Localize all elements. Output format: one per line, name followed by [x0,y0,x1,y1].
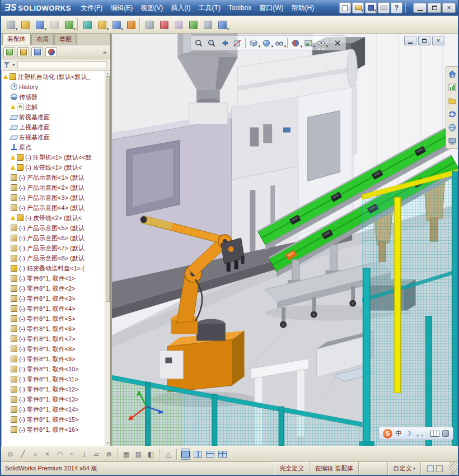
snap-perpendicular-icon[interactable]: ⊥ [79,449,89,460]
tree-item[interactable]: (-) 产品示意图<1> (默认 [2,172,110,183]
appearances-icon[interactable] [448,123,457,132]
tree-item[interactable]: (-) 零件8^1, 取件<11> [2,374,110,384]
tree-item[interactable]: (-) 精密叠动送料盘<1> ( [2,263,110,273]
toolbar-separator[interactable] [176,449,178,460]
reference-geometry-icon[interactable] [110,18,123,31]
apply-scene-icon[interactable] [302,36,315,49]
ime-toolbox-icon[interactable] [442,430,449,437]
single-view-icon[interactable] [181,449,190,460]
new-document-icon[interactable] [339,2,351,13]
snap-parallel-icon[interactable]: ▱ [92,449,101,460]
display-style-icon[interactable] [260,36,273,49]
open-document-icon[interactable] [352,2,364,13]
tree-item[interactable]: 右视基准面 [2,132,110,142]
menu-item[interactable]: 文件(F) [77,1,106,15]
tree-item[interactable]: (-) 零件8^1, 取件<6> [2,324,110,334]
tree-item[interactable]: 原点 [2,142,110,152]
tree-item[interactable]: 传感器 [2,92,110,102]
toolbar-separator[interactable] [139,18,142,31]
file-explorer-icon[interactable] [448,96,457,105]
print-icon[interactable] [378,2,390,13]
tree-item[interactable]: (-) 零件8^1, 取件<1> [2,273,110,283]
menu-item[interactable]: 编辑(E) [106,1,137,15]
tree-item[interactable]: (-) 皮带线<2> (默认< [2,213,110,223]
tree-item[interactable]: 注解 [2,102,110,112]
graphics-viewport[interactable]: × S 中 ☽ ，。 [112,34,458,446]
design-library-icon[interactable] [448,83,457,92]
draft-quality-icon[interactable]: △ [163,449,173,460]
close-button[interactable]: × [442,3,456,13]
doc-restore-button[interactable] [418,36,430,45]
home-icon[interactable] [448,69,457,78]
section-view-icon[interactable] [231,36,243,49]
menu-item[interactable]: 帮助(H) [288,1,319,15]
ime-moon-icon[interactable]: ☽ [405,430,411,437]
sogou-icon[interactable]: S [383,429,392,438]
assembly-visualization-icon[interactable] [216,18,229,31]
tree-item[interactable]: (-) 注塑机<1> (默认<<默 [2,152,110,162]
filter-icon[interactable] [3,62,10,68]
shaded-sketch-icon[interactable]: ◧ [146,449,156,460]
hide-show-items-icon[interactable] [273,36,285,49]
doc-minimize-button[interactable] [404,36,416,45]
menu-item[interactable]: 工具(T) [195,1,224,15]
tree-item[interactable]: (-) 零件8^1, 取件<12> [2,384,110,394]
command-tab[interactable]: 装配体 [2,33,31,45]
menu-item[interactable]: 窗口(W) [255,1,287,15]
maximize-button[interactable] [428,3,441,13]
tree-item[interactable]: (-) 零件8^1, 取件<14> [2,404,110,414]
scrollbar-track[interactable] [105,76,110,440]
tree-item[interactable]: (-) 产品示意图<7> (默认 [2,243,110,253]
menu-item[interactable]: 插入(I) [167,1,194,15]
tree-item[interactable]: (-) 零件8^1, 取件<8> [2,344,110,354]
configurationmanager-tab-icon[interactable] [31,47,43,57]
save-icon[interactable] [365,2,377,13]
custom-properties-icon[interactable] [448,137,457,146]
snap-tangent-icon[interactable]: ≈ [67,449,77,460]
snap-line-icon[interactable]: ╱ [18,449,27,460]
tree-item[interactable]: (-) 产品示意图<2> (默认 [2,183,110,193]
new-motion-study-icon[interactable] [124,18,138,31]
scroll-down-icon[interactable] [105,440,110,446]
assembly-3d-scene[interactable] [112,34,458,446]
tree-item[interactable]: (-) 零件8^1, 取件<7> [2,334,110,344]
panel-overflow-chevron[interactable]: » [103,49,108,55]
four-view-icon[interactable] [218,449,227,460]
tree-item[interactable]: (-) 零件8^1, 取件<15> [2,414,110,424]
two-view-vertical-icon[interactable] [205,449,215,460]
linear-component-pattern-icon[interactable] [33,18,46,31]
status-tag-icon[interactable] [436,465,443,472]
hatch-icon[interactable]: ▨ [134,449,143,460]
command-tab[interactable]: 布局 [31,34,54,45]
doc-close-button[interactable]: × [432,36,444,45]
view-settings-icon[interactable] [315,36,327,49]
grid-settings-icon[interactable]: ▦ [121,449,131,460]
command-tab[interactable]: 草图 [54,34,77,45]
tree-item[interactable]: 上视基准面 [2,122,110,132]
tree-item[interactable]: (-) 零件8^1, 取件<4> [2,304,110,314]
bill-of-materials-icon[interactable] [143,18,156,31]
resize-grip[interactable] [449,462,458,475]
menu-item[interactable]: 视图(V) [137,1,167,15]
close-popup-icon[interactable] [331,36,344,49]
snap-intersection-icon[interactable]: × [43,449,52,460]
status-doc-icon[interactable] [427,465,434,472]
assembly-features-icon[interactable] [95,18,109,31]
view-orientation-icon[interactable] [247,36,260,49]
ime-keyboard-icon[interactable] [430,431,439,437]
filter-dropdown-caret[interactable]: ▼ [12,63,16,67]
ime-punct-indicator[interactable]: ，。 [414,429,428,438]
tree-item[interactable]: (-) 产品示意图<5> (默认 [2,223,110,233]
toolbar-separator[interactable] [158,449,161,460]
tree-item[interactable]: (-) 产品示意图<4> (默认 [2,203,110,213]
tree-item[interactable]: (-) 产品示意图<3> (默认 [2,193,110,203]
two-view-horizontal-icon[interactable] [193,449,203,460]
snap-points-icon[interactable]: ⊙ [6,449,15,460]
tree-item[interactable]: 注塑机自动化 (默认<默认_ [2,72,110,82]
scrollbar-thumb[interactable] [106,76,110,302]
zoom-area-icon[interactable] [205,36,218,49]
displaymanager-tab-icon[interactable] [45,47,57,57]
tree-item[interactable]: History [2,82,110,92]
ime-lang-indicator[interactable]: 中 [395,429,402,438]
tree-item[interactable]: (-) 零件8^1, 取件<10> [2,364,110,374]
